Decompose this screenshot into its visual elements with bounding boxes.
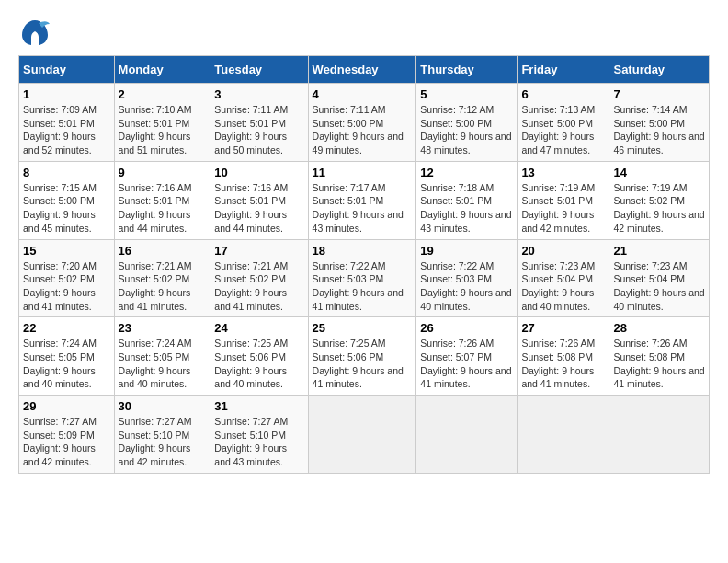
calendar-cell: 9 Sunrise: 7:16 AM Sunset: 5:01 PM Dayli…	[114, 161, 210, 239]
day-number: 3	[214, 87, 303, 101]
daylight-label: Daylight: 9 hours and 40 minutes.	[119, 365, 191, 390]
day-number: 12	[420, 166, 513, 179]
day-info: Sunrise: 7:21 AM Sunset: 5:02 PM Dayligh…	[119, 259, 207, 314]
day-info: Sunrise: 7:13 AM Sunset: 5:00 PM Dayligh…	[521, 103, 605, 157]
sunset-label: Sunset: 5:05 PM	[119, 351, 190, 362]
calendar-cell	[308, 396, 416, 474]
calendar-cell	[416, 396, 518, 474]
daylight-label: Daylight: 9 hours and 50 minutes.	[214, 131, 287, 155]
sunset-label: Sunset: 5:08 PM	[521, 351, 593, 362]
day-info: Sunrise: 7:25 AM Sunset: 5:06 PM Dayligh…	[313, 337, 413, 391]
calendar-cell: 15 Sunrise: 7:20 AM Sunset: 5:02 PM Dayl…	[19, 239, 115, 317]
sunset-label: Sunset: 5:01 PM	[119, 118, 190, 129]
sunset-label: Sunset: 5:01 PM	[23, 118, 95, 129]
sunset-label: Sunset: 5:10 PM	[214, 430, 286, 441]
daylight-label: Daylight: 9 hours and 41 minutes.	[119, 287, 191, 312]
sunset-label: Sunset: 5:06 PM	[214, 351, 286, 362]
day-info: Sunrise: 7:27 AM Sunset: 5:10 PM Dayligh…	[119, 415, 207, 469]
sunrise-label: Sunrise: 7:17 AM	[313, 182, 386, 193]
header-saturday: Saturday	[609, 56, 710, 84]
day-info: Sunrise: 7:26 AM Sunset: 5:08 PM Dayligh…	[613, 337, 705, 391]
sunrise-label: Sunrise: 7:20 AM	[23, 260, 97, 271]
sunrise-label: Sunrise: 7:10 AM	[119, 104, 192, 115]
sunset-label: Sunset: 5:01 PM	[214, 195, 286, 206]
day-number: 9	[119, 166, 207, 179]
day-info: Sunrise: 7:26 AM Sunset: 5:08 PM Dayligh…	[521, 337, 605, 391]
calendar-table: SundayMondayTuesdayWednesdayThursdayFrid…	[18, 55, 710, 474]
day-number: 15	[23, 244, 110, 258]
sunrise-label: Sunrise: 7:27 AM	[119, 416, 192, 427]
calendar-cell: 25 Sunrise: 7:25 AM Sunset: 5:06 PM Dayl…	[308, 317, 416, 396]
daylight-label: Daylight: 9 hours and 42 minutes.	[521, 209, 594, 234]
sunrise-label: Sunrise: 7:22 AM	[313, 260, 386, 271]
daylight-label: Daylight: 9 hours and 41 minutes.	[313, 287, 404, 312]
sunrise-label: Sunrise: 7:18 AM	[420, 182, 494, 193]
calendar-cell	[518, 396, 609, 474]
sunrise-label: Sunrise: 7:11 AM	[313, 104, 386, 115]
sunrise-label: Sunrise: 7:25 AM	[214, 338, 288, 349]
daylight-label: Daylight: 9 hours and 42 minutes.	[119, 442, 191, 467]
day-number: 19	[420, 244, 513, 258]
day-number: 7	[613, 87, 705, 101]
calendar-cell: 2 Sunrise: 7:10 AM Sunset: 5:01 PM Dayli…	[114, 84, 210, 162]
sunrise-label: Sunrise: 7:24 AM	[23, 338, 97, 349]
day-number: 26	[420, 321, 513, 335]
calendar-cell: 27 Sunrise: 7:26 AM Sunset: 5:08 PM Dayl…	[518, 317, 609, 396]
day-info: Sunrise: 7:23 AM Sunset: 5:04 PM Dayligh…	[521, 259, 605, 314]
week-row-2: 8 Sunrise: 7:15 AM Sunset: 5:00 PM Dayli…	[19, 161, 710, 239]
daylight-label: Daylight: 9 hours and 40 minutes.	[23, 365, 96, 390]
daylight-label: Daylight: 9 hours and 40 minutes.	[420, 287, 511, 312]
day-info: Sunrise: 7:15 AM Sunset: 5:00 PM Dayligh…	[23, 181, 110, 236]
day-number: 25	[313, 321, 413, 335]
sunrise-label: Sunrise: 7:26 AM	[613, 338, 687, 349]
calendar-cell: 4 Sunrise: 7:11 AM Sunset: 5:00 PM Dayli…	[308, 84, 416, 162]
sunrise-label: Sunrise: 7:14 AM	[613, 104, 687, 115]
day-number: 16	[119, 244, 207, 258]
sunrise-label: Sunrise: 7:13 AM	[521, 104, 595, 115]
day-number: 13	[521, 166, 605, 179]
day-number: 17	[214, 244, 303, 258]
sunset-label: Sunset: 5:04 PM	[521, 273, 593, 284]
sunset-label: Sunset: 5:01 PM	[119, 195, 190, 206]
sunrise-label: Sunrise: 7:19 AM	[613, 182, 687, 193]
day-info: Sunrise: 7:12 AM Sunset: 5:00 PM Dayligh…	[420, 103, 513, 157]
day-number: 27	[521, 321, 605, 335]
sunset-label: Sunset: 5:09 PM	[23, 430, 95, 441]
calendar-cell: 16 Sunrise: 7:21 AM Sunset: 5:02 PM Dayl…	[114, 239, 210, 317]
day-number: 28	[613, 321, 705, 335]
sunset-label: Sunset: 5:08 PM	[613, 351, 685, 362]
sunset-label: Sunset: 5:10 PM	[119, 430, 190, 441]
calendar-cell: 11 Sunrise: 7:17 AM Sunset: 5:01 PM Dayl…	[308, 161, 416, 239]
calendar-cell: 5 Sunrise: 7:12 AM Sunset: 5:00 PM Dayli…	[416, 84, 518, 162]
day-info: Sunrise: 7:09 AM Sunset: 5:01 PM Dayligh…	[23, 103, 110, 157]
header-row: SundayMondayTuesdayWednesdayThursdayFrid…	[19, 56, 710, 84]
day-info: Sunrise: 7:27 AM Sunset: 5:10 PM Dayligh…	[214, 415, 303, 469]
sunset-label: Sunset: 5:06 PM	[313, 351, 384, 362]
day-number: 20	[521, 244, 605, 258]
sunrise-label: Sunrise: 7:26 AM	[420, 338, 494, 349]
day-info: Sunrise: 7:22 AM Sunset: 5:03 PM Dayligh…	[313, 259, 413, 314]
sunrise-label: Sunrise: 7:23 AM	[613, 260, 687, 271]
daylight-label: Daylight: 9 hours and 42 minutes.	[613, 209, 704, 234]
sunrise-label: Sunrise: 7:11 AM	[214, 104, 288, 115]
header-monday: Monday	[114, 56, 210, 84]
day-info: Sunrise: 7:16 AM Sunset: 5:01 PM Dayligh…	[119, 181, 207, 236]
day-info: Sunrise: 7:16 AM Sunset: 5:01 PM Dayligh…	[214, 181, 303, 236]
calendar-cell: 28 Sunrise: 7:26 AM Sunset: 5:08 PM Dayl…	[609, 317, 710, 396]
calendar-cell: 12 Sunrise: 7:18 AM Sunset: 5:01 PM Dayl…	[416, 161, 518, 239]
day-info: Sunrise: 7:23 AM Sunset: 5:04 PM Dayligh…	[613, 259, 705, 314]
calendar-cell: 14 Sunrise: 7:19 AM Sunset: 5:02 PM Dayl…	[609, 161, 710, 239]
day-info: Sunrise: 7:27 AM Sunset: 5:09 PM Dayligh…	[23, 415, 110, 469]
calendar-cell: 20 Sunrise: 7:23 AM Sunset: 5:04 PM Dayl…	[518, 239, 609, 317]
sunrise-label: Sunrise: 7:16 AM	[119, 182, 192, 193]
sunrise-label: Sunrise: 7:23 AM	[521, 260, 595, 271]
daylight-label: Daylight: 9 hours and 51 minutes.	[119, 131, 191, 155]
sunrise-label: Sunrise: 7:27 AM	[214, 416, 288, 427]
calendar-cell: 3 Sunrise: 7:11 AM Sunset: 5:01 PM Dayli…	[210, 84, 308, 162]
sunset-label: Sunset: 5:01 PM	[313, 195, 384, 206]
day-info: Sunrise: 7:24 AM Sunset: 5:05 PM Dayligh…	[119, 337, 207, 391]
sunset-label: Sunset: 5:01 PM	[214, 118, 286, 129]
daylight-label: Daylight: 9 hours and 44 minutes.	[214, 209, 287, 234]
calendar-cell: 23 Sunrise: 7:24 AM Sunset: 5:05 PM Dayl…	[114, 317, 210, 396]
daylight-label: Daylight: 9 hours and 40 minutes.	[521, 287, 594, 312]
